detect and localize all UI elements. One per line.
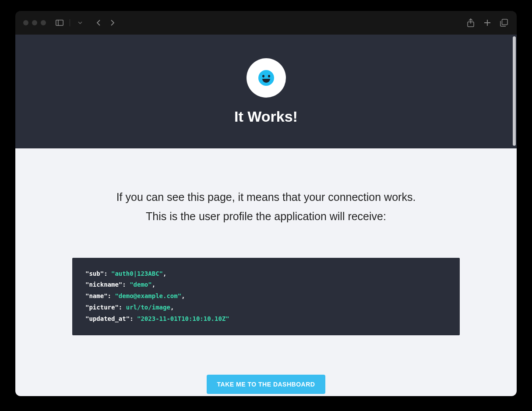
code-line: "name": "demo@example.com", bbox=[85, 291, 447, 302]
toolbar-separator bbox=[70, 19, 70, 26]
page-title: It Works! bbox=[234, 108, 298, 125]
new-tab-icon[interactable] bbox=[483, 18, 492, 28]
titlebar bbox=[15, 11, 517, 35]
smiley-icon bbox=[258, 70, 274, 86]
page-content: It Works! If you can see this page, it m… bbox=[15, 35, 517, 396]
tabs-overview-icon[interactable] bbox=[499, 18, 509, 28]
profile-code-block: "sub": "auth0|123ABC","nickname": "demo"… bbox=[72, 258, 460, 335]
chevron-down-icon[interactable] bbox=[75, 18, 85, 28]
code-line: "picture": url/to/image, bbox=[85, 302, 447, 313]
sidebar-toggle-icon[interactable] bbox=[55, 18, 64, 28]
share-icon[interactable] bbox=[466, 18, 476, 28]
code-line: "updated_at": "2023-11-01T10:10:10.10Z" bbox=[85, 313, 447, 325]
intro-line-1: If you can see this page, it means that … bbox=[72, 188, 460, 207]
close-window-button[interactable] bbox=[23, 20, 28, 25]
intro-line-2: This is the user profile the application… bbox=[72, 207, 460, 226]
hero-section: It Works! bbox=[15, 35, 517, 148]
code-line: "sub": "auth0|123ABC", bbox=[85, 268, 447, 280]
back-button[interactable] bbox=[94, 18, 103, 28]
maximize-window-button[interactable] bbox=[41, 20, 46, 25]
dashboard-button[interactable]: TAKE ME TO THE DASHBOARD bbox=[207, 375, 326, 394]
svg-rect-0 bbox=[56, 20, 63, 26]
scrollbar-thumb[interactable] bbox=[513, 36, 516, 146]
browser-window: It Works! If you can see this page, it m… bbox=[15, 11, 517, 396]
forward-button[interactable] bbox=[108, 18, 117, 28]
svg-rect-6 bbox=[502, 19, 508, 25]
body-section: If you can see this page, it means that … bbox=[15, 148, 517, 396]
code-line: "nickname": "demo", bbox=[85, 279, 447, 291]
minimize-window-button[interactable] bbox=[32, 20, 37, 25]
avatar bbox=[247, 58, 286, 98]
window-controls bbox=[23, 20, 46, 25]
